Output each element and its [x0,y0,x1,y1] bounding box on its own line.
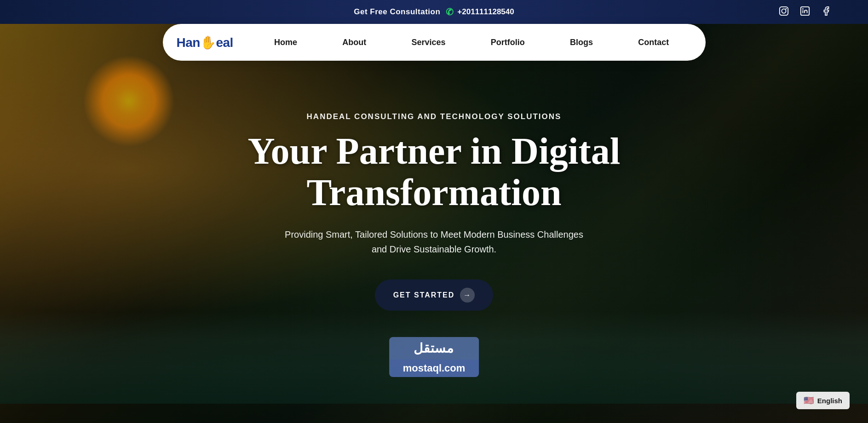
nav-item-portfolio[interactable]: Portfolio [482,38,534,47]
whatsapp-icon: ✆ [446,6,454,17]
hero-description-line2: and Drive Sustainable Growth. [372,244,496,254]
linkedin-icon[interactable] [800,6,810,18]
watermark: مستقل mostaql.com [389,337,479,377]
nav-item-about[interactable]: About [333,38,375,47]
cta-label: GET STARTED [393,291,455,299]
cta-arrow-icon: → [460,288,475,303]
language-selector[interactable]: 🇺🇸 English [796,392,850,409]
hero-title: Your Partner in Digital Transformation [227,131,641,213]
hero-description-line1: Providing Smart, Tailored Solutions to M… [285,229,583,240]
hero-description: Providing Smart, Tailored Solutions to M… [227,227,641,257]
svg-rect-0 [780,6,788,15]
nav-link-portfolio[interactable]: Portfolio [482,34,534,51]
svg-point-2 [786,8,787,9]
nav-item-contact[interactable]: Contact [629,38,678,47]
instagram-icon[interactable] [779,6,789,18]
consultation-label[interactable]: Get Free Consultation [354,7,440,17]
phone-number: +201111128540 [457,7,514,17]
navbar: Han✋eal Home About Services Portfolio Bl… [163,24,706,61]
nav-link-about[interactable]: About [333,34,375,51]
nav-link-home[interactable]: Home [265,34,306,51]
hero-title-line2: Transformation [306,171,561,213]
phone-section[interactable]: ✆ +201111128540 [446,6,514,17]
nav-link-contact[interactable]: Contact [629,34,678,51]
cta-get-started-button[interactable]: GET STARTED → [375,280,494,311]
hero-subtitle: HANDEAL CONSULTING AND TECHNOLOGY SOLUTI… [227,112,641,121]
nav-item-home[interactable]: Home [265,38,306,47]
watermark-url: mostaql.com [389,360,479,377]
language-label: English [817,397,842,405]
nav-link-blogs[interactable]: Blogs [561,34,602,51]
nav-links: Home About Services Portfolio Blogs Cont… [252,38,692,47]
top-announcement-bar: Get Free Consultation ✆ +201111128540 [0,0,868,24]
logo[interactable]: Han✋eal [177,35,233,50]
social-links [779,6,831,18]
hero-title-line1: Your Partner in Digital [247,130,620,172]
facebook-icon[interactable] [821,6,831,18]
svg-point-5 [802,8,804,10]
consultation-section: Get Free Consultation ✆ +201111128540 [354,6,514,17]
logo-text: Han✋eal [177,35,233,50]
nav-item-blogs[interactable]: Blogs [561,38,602,47]
watermark-logo: مستقل [389,337,479,360]
nav-item-services[interactable]: Services [402,38,454,47]
svg-point-1 [782,9,786,13]
language-flag: 🇺🇸 [804,395,814,406]
hero-content: HANDEAL CONSULTING AND TECHNOLOGY SOLUTI… [227,112,641,311]
nav-link-services[interactable]: Services [402,34,454,51]
